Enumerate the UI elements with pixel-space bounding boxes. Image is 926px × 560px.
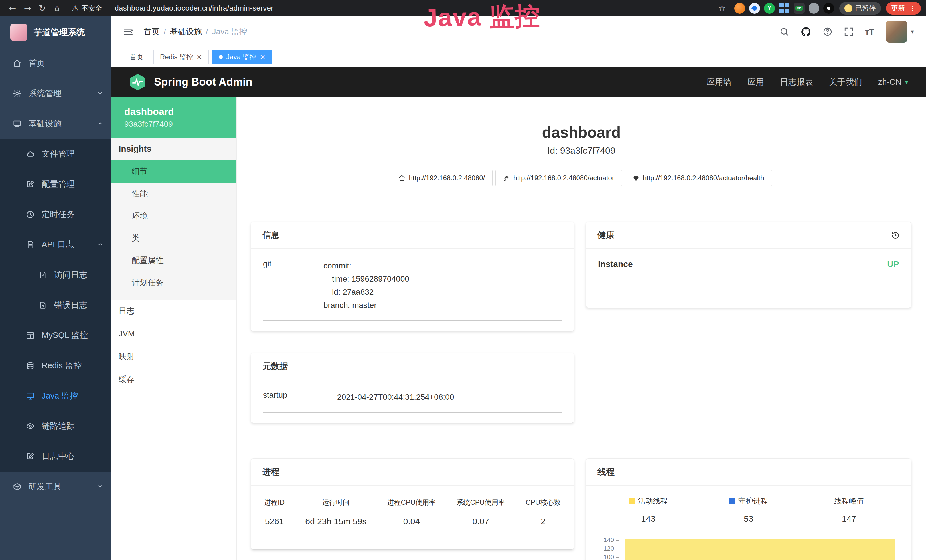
close-icon[interactable]: × bbox=[197, 54, 202, 61]
fullscreen-icon[interactable] bbox=[844, 27, 853, 36]
back-icon[interactable]: ← bbox=[5, 3, 20, 13]
sidebar-item-java-monitor[interactable]: Java 监控 bbox=[0, 381, 111, 411]
health-url-label: http://192.168.0.2:48080/actuator/health bbox=[643, 174, 764, 182]
sba-item-classes[interactable]: 类 bbox=[111, 227, 236, 249]
service-url-label: http://192.168.0.2:48080/ bbox=[409, 174, 485, 182]
sba-item-config-props[interactable]: 配置属性 bbox=[111, 249, 236, 272]
process-col-header: 进程ID bbox=[264, 498, 284, 507]
document-check-icon bbox=[38, 271, 48, 279]
tab-java-monitor[interactable]: Java 监控 × bbox=[212, 50, 272, 65]
close-icon[interactable]: × bbox=[260, 54, 265, 61]
threads-card: 线程 活动线程 143 守护进程 53 线程峰值 147 bbox=[586, 459, 911, 560]
threads-chart: 140 120 100 bbox=[598, 536, 899, 560]
browser-home-icon[interactable]: ⌂ bbox=[50, 3, 65, 13]
paused-badge[interactable]: 已暂停 bbox=[839, 2, 881, 15]
sidebar-item-config-mgmt[interactable]: 配置管理 bbox=[0, 169, 111, 200]
update-button[interactable]: 更新 ⋮ bbox=[886, 2, 921, 15]
sba-item-environment[interactable]: 环境 bbox=[111, 205, 236, 227]
history-icon[interactable] bbox=[891, 231, 900, 240]
home-icon bbox=[12, 59, 22, 68]
actuator-url-button[interactable]: http://192.168.0.2:48080/actuator bbox=[495, 170, 622, 186]
update-label: 更新 bbox=[891, 4, 905, 13]
sba-item-mappings[interactable]: 映射 bbox=[111, 345, 236, 368]
chevron-up-icon bbox=[97, 119, 103, 129]
sba-nav-journal[interactable]: 日志报表 bbox=[780, 76, 813, 88]
legend-value: 143 bbox=[598, 514, 698, 524]
sidebar-item-mysql-monitor[interactable]: MySQL 监控 bbox=[0, 320, 111, 351]
font-size-icon[interactable]: тT bbox=[865, 27, 875, 36]
sba-item-logs[interactable]: 日志 bbox=[111, 300, 236, 322]
extension-on-switch-icon[interactable]: on bbox=[794, 3, 805, 14]
extension-drop-icon[interactable] bbox=[749, 3, 760, 14]
extension-gray-icon[interactable] bbox=[808, 3, 819, 14]
user-menu[interactable]: ▾ bbox=[886, 21, 914, 42]
sba-nav-applications[interactable]: 应用 bbox=[747, 76, 764, 88]
sba-brand[interactable]: Spring Boot Admin bbox=[154, 76, 253, 88]
info-card-header: 信息 bbox=[251, 222, 574, 249]
instance-heading: dashboard Id: 93a3fc7f7409 http://192.16… bbox=[237, 97, 926, 186]
legend-label: 线程峰值 bbox=[834, 496, 864, 505]
tab-label: 首页 bbox=[130, 53, 144, 62]
sidebar-item-log-center[interactable]: 日志中心 bbox=[0, 441, 111, 472]
security-chip[interactable]: ⚠ 不安全 bbox=[72, 4, 102, 13]
sba-item-jvm[interactable]: JVM bbox=[111, 322, 236, 345]
actuator-url-label: http://192.168.0.2:48080/actuator bbox=[513, 174, 614, 182]
sba-item-performance[interactable]: 性能 bbox=[111, 183, 236, 205]
extension-dark-icon[interactable] bbox=[823, 3, 834, 14]
sba-item-caches[interactable]: 缓存 bbox=[111, 368, 236, 391]
health-url-button[interactable]: http://192.168.0.2:48080/actuator/health bbox=[625, 170, 772, 186]
refresh-icon[interactable]: ↻ bbox=[35, 3, 50, 13]
sidebar-item-scheduled-jobs[interactable]: 定时任务 bbox=[0, 200, 111, 230]
tab-home[interactable]: 首页 bbox=[123, 50, 150, 65]
metadata-row: startup 2021-04-27T00:44:31.254+08:00 bbox=[263, 390, 562, 413]
sidebar-item-label: MySQL 监控 bbox=[42, 330, 88, 341]
sba-nav-about[interactable]: 关于我们 bbox=[829, 76, 862, 88]
sba-locale-select[interactable]: zh-CN ▾ bbox=[878, 77, 908, 87]
address-bar[interactable]: dashboard.yudao.iocoder.cn/infra/admin-s… bbox=[115, 4, 274, 12]
breadcrumb-item[interactable]: 基础设施 bbox=[170, 26, 202, 37]
sidebar-item-redis-monitor[interactable]: Redis 监控 bbox=[0, 351, 111, 381]
sidebar-item-home[interactable]: 首页 bbox=[0, 48, 111, 79]
app-title: 芋道管理系统 bbox=[34, 27, 85, 38]
sidebar-item-file-mgmt[interactable]: 文件管理 bbox=[0, 139, 111, 169]
sidebar-item-label: Java 监控 bbox=[42, 390, 78, 402]
tab-redis-monitor[interactable]: Redis 监控 × bbox=[153, 50, 209, 65]
sidebar-item-error-logs[interactable]: 错误日志 bbox=[0, 290, 111, 320]
info-card-title: 信息 bbox=[262, 229, 280, 241]
threads-card-header: 线程 bbox=[586, 459, 911, 486]
sidebar-item-dev-tools[interactable]: 研发工具 bbox=[0, 472, 111, 502]
sba-item-scheduled-tasks[interactable]: 计划任务 bbox=[111, 272, 236, 294]
sidebar-item-api-logs[interactable]: API 日志 bbox=[0, 230, 111, 260]
search-icon[interactable] bbox=[779, 27, 789, 36]
service-url-button[interactable]: http://192.168.0.2:48080/ bbox=[391, 170, 493, 186]
sba-nav-wallboard[interactable]: 应用墙 bbox=[707, 76, 731, 88]
sidebar-item-access-logs[interactable]: 访问日志 bbox=[0, 260, 111, 290]
breadcrumb-item[interactable]: 首页 bbox=[144, 26, 160, 37]
hamburger-icon[interactable] bbox=[123, 27, 133, 37]
metadata-card-body: startup 2021-04-27T00:44:31.254+08:00 bbox=[251, 380, 574, 423]
github-icon[interactable] bbox=[800, 26, 811, 37]
sidebar-item-system-mgmt[interactable]: 系统管理 bbox=[0, 79, 111, 109]
user-avatar bbox=[886, 21, 908, 42]
forward-icon[interactable]: → bbox=[20, 3, 35, 13]
extension-grid-icon[interactable] bbox=[779, 3, 790, 14]
sidebar-item-infrastructure[interactable]: 基础设施 bbox=[0, 109, 111, 139]
document-x-icon bbox=[38, 301, 48, 309]
process-column: 进程CPU使用率 0.04 bbox=[387, 498, 436, 526]
instance-links: http://192.168.0.2:48080/ http://192.168… bbox=[237, 170, 926, 186]
sidebar-item-tracing[interactable]: 链路追踪 bbox=[0, 411, 111, 441]
sba-instance-header[interactable]: dashboard 93a3fc7f7409 bbox=[111, 97, 236, 138]
kebab-menu-icon[interactable]: ⋮ bbox=[909, 4, 916, 12]
bookmark-star-icon[interactable]: ☆ bbox=[718, 3, 726, 13]
monitor-icon bbox=[12, 120, 22, 128]
help-icon[interactable] bbox=[823, 27, 832, 36]
sba-item-details[interactable]: 细节 bbox=[111, 160, 236, 183]
legend-peak-threads: 线程峰值 147 bbox=[799, 496, 899, 524]
extension-y-icon[interactable]: Y bbox=[764, 3, 775, 14]
legend-swatch-yellow bbox=[629, 498, 635, 504]
health-row: Instance UP bbox=[598, 259, 899, 279]
extension-fox-icon[interactable] bbox=[734, 3, 745, 14]
legend-label: 守护进程 bbox=[738, 496, 768, 505]
table-icon bbox=[25, 331, 35, 340]
process-column: CPU核心数 2 bbox=[526, 498, 561, 526]
